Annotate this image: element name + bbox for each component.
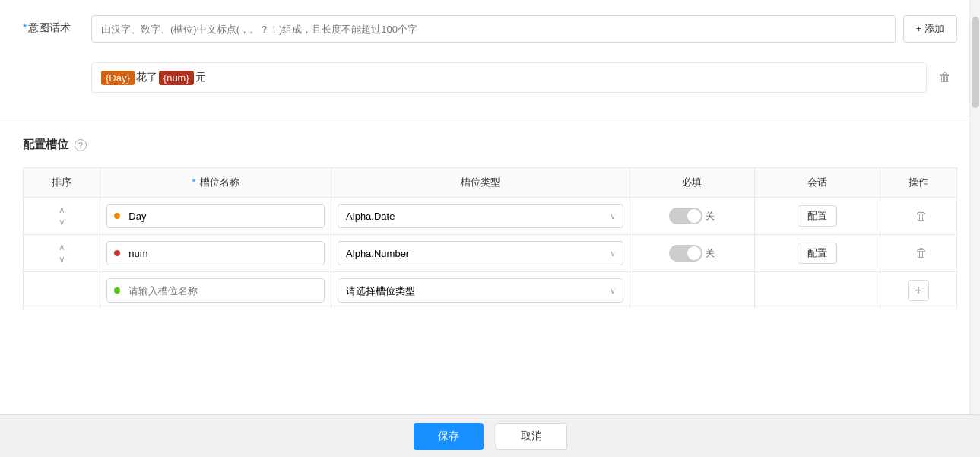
intent-section: *意图话术 + 添加 {Day} 花了 {num} 元 🗑 — [0, 0, 980, 116]
slot-name-input-3[interactable] — [106, 278, 325, 303]
intent-form-row: *意图话术 + 添加 — [23, 15, 957, 43]
session-cell-3 — [755, 272, 880, 309]
slot-type-select-2[interactable]: Alpha.Date Alpha.Number — [338, 241, 623, 265]
intent-input[interactable] — [91, 15, 896, 43]
intent-label: *意图话术 — [23, 15, 91, 35]
col-header-order: 排序 — [24, 168, 100, 198]
name-cell-2 — [100, 235, 331, 272]
sort-arrows-2: ∧ ∨ — [30, 242, 94, 265]
session-cell-2: 配置 — [755, 235, 880, 272]
toggle-label-1: 关 — [706, 210, 715, 223]
save-button[interactable]: 保存 — [414, 423, 484, 450]
add-utterance-button[interactable]: + 添加 — [903, 15, 957, 43]
type-cell-3: 请选择槽位类型 Alpha.Date Alpha.Number — [331, 272, 630, 309]
required-toggle-1[interactable] — [669, 208, 702, 224]
section-title-text: 配置槽位 — [23, 138, 68, 152]
required-star: * — [23, 21, 27, 33]
config-button-2[interactable]: 配置 — [798, 243, 837, 264]
section-title: 配置槽位 ? — [23, 138, 957, 152]
type-cell-1: Alpha.Date Alpha.Number — [331, 198, 630, 235]
action-cell-2: 🗑 — [880, 235, 956, 272]
action-cell-3: + — [880, 272, 956, 309]
num-slot-tag[interactable]: {num} — [159, 71, 194, 85]
table-row: 请选择槽位类型 Alpha.Date Alpha.Number + — [24, 272, 957, 309]
table-header-row: 排序 * 槽位名称 槽位类型 必填 会话 操作 — [24, 168, 957, 198]
slot-type-select-3[interactable]: 请选择槽位类型 Alpha.Date Alpha.Number — [338, 278, 623, 303]
col-header-action: 操作 — [880, 168, 956, 198]
delete-row-1[interactable]: 🗑 — [909, 206, 934, 226]
delete-row-2[interactable]: 🗑 — [909, 243, 934, 263]
name-cell-1 — [100, 198, 331, 235]
slot-section: 配置槽位 ? 排序 * 槽位名称 槽位类型 必填 会话 操作 — [0, 122, 980, 325]
sort-cell-1: ∧ ∨ — [24, 198, 100, 235]
required-cell-2: 关 — [630, 235, 755, 272]
required-cell-1: 关 — [630, 198, 755, 235]
col-header-required: 必填 — [630, 168, 755, 198]
slot-table: 排序 * 槽位名称 槽位类型 必填 会话 操作 ∧ — [23, 167, 957, 309]
sort-arrows-1: ∧ ∨ — [30, 205, 94, 227]
add-row-button[interactable]: + — [908, 280, 929, 301]
name-cell-3 — [100, 272, 331, 309]
type-cell-2: Alpha.Date Alpha.Number — [331, 235, 630, 272]
intent-input-group: + 添加 — [91, 15, 957, 43]
help-icon[interactable]: ? — [75, 139, 87, 151]
delete-utterance-button[interactable]: 🗑 — [933, 68, 957, 87]
required-toggle-2[interactable] — [669, 245, 702, 262]
dot-indicator-2 — [114, 250, 120, 256]
toggle-wrapper-2: 关 — [636, 245, 749, 262]
dot-indicator-3 — [114, 287, 120, 294]
select-wrapper-1: Alpha.Date Alpha.Number — [338, 204, 623, 228]
slot-name-input-2[interactable] — [106, 241, 325, 265]
sort-down-2[interactable]: ∨ — [56, 254, 68, 265]
slot-name-wrapper-1 — [106, 204, 325, 228]
slot-name-wrapper-3 — [106, 278, 325, 303]
action-cell-1: 🗑 — [880, 198, 956, 235]
select-wrapper-3: 请选择槽位类型 Alpha.Date Alpha.Number — [338, 278, 623, 303]
col-header-session: 会话 — [755, 168, 880, 198]
select-wrapper-2: Alpha.Date Alpha.Number — [338, 241, 623, 265]
col-header-name: * 槽位名称 — [100, 168, 331, 198]
sort-cell-2: ∧ ∨ — [24, 235, 100, 272]
day-slot-tag[interactable]: {Day} — [101, 71, 135, 85]
utterance-row: {Day} 花了 {num} 元 🗑 — [91, 55, 957, 100]
dot-indicator-1 — [114, 213, 120, 219]
toggle-wrapper-1: 关 — [636, 208, 749, 224]
table-row: ∧ ∨ Alpha.Date — [24, 235, 957, 272]
footer-bar: 保存 取消 — [0, 414, 980, 457]
utterance-text-2: 元 — [195, 71, 206, 84]
required-cell-3 — [630, 272, 755, 309]
name-required-star: * — [192, 176, 195, 188]
scrollbar-thumb — [972, 17, 979, 108]
session-cell-1: 配置 — [755, 198, 880, 235]
sort-up-2[interactable]: ∧ — [56, 242, 68, 252]
scrollbar[interactable] — [969, 0, 980, 457]
utterance-content: {Day} 花了 {num} 元 — [91, 62, 927, 93]
col-header-type: 槽位类型 — [331, 168, 630, 198]
config-button-1[interactable]: 配置 — [798, 205, 837, 227]
utterance-text-1: 花了 — [136, 71, 157, 84]
sort-down-1[interactable]: ∨ — [56, 217, 68, 227]
toggle-label-2: 关 — [706, 247, 715, 260]
cancel-button[interactable]: 取消 — [496, 423, 567, 450]
slot-name-input-1[interactable] — [106, 204, 325, 228]
slot-name-wrapper-2 — [106, 241, 325, 265]
sort-up-1[interactable]: ∧ — [56, 205, 68, 215]
table-row: ∧ ∨ Alpha.Date — [24, 198, 957, 235]
sort-cell-3 — [24, 272, 100, 309]
slot-type-select-1[interactable]: Alpha.Date Alpha.Number — [338, 204, 623, 228]
